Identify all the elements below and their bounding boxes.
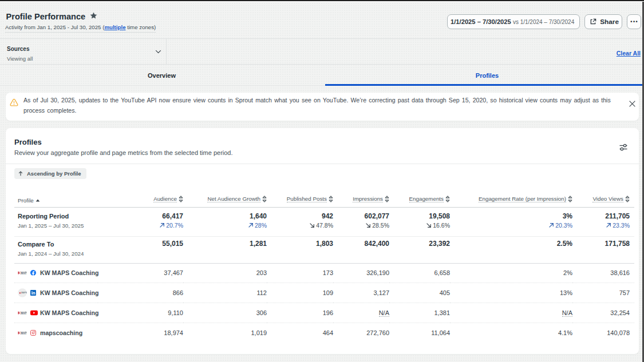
svg-text:MAPS: MAPS xyxy=(21,331,27,334)
svg-text:MAPS: MAPS xyxy=(21,311,27,314)
svg-text:MAPS: MAPS xyxy=(21,292,27,294)
svg-text:MAPS: MAPS xyxy=(21,272,27,275)
